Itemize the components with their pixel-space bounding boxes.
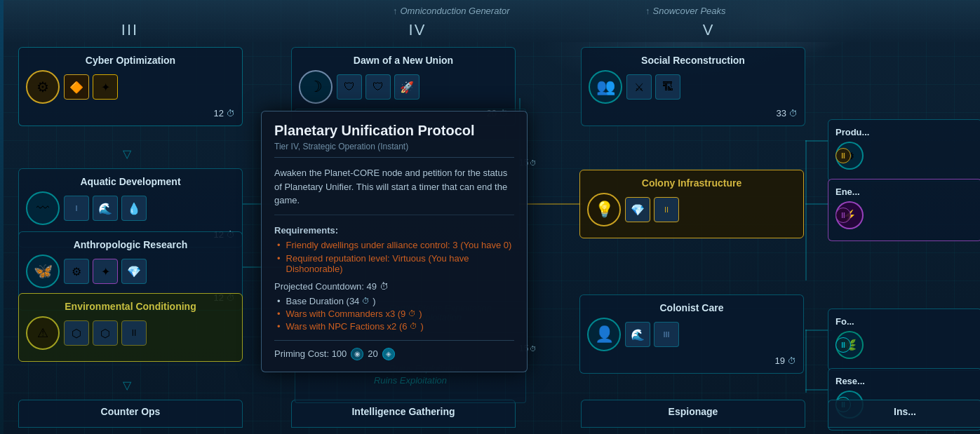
colonist-icons: 👤 🌊 III: [587, 318, 796, 351]
env-sub-icons: ⬡ ⬡ II: [64, 320, 147, 346]
colonist-cost-row: 19 ⏱: [587, 355, 796, 366]
social-sub-1: ⚔: [626, 74, 652, 100]
prod-title: Produ...: [835, 127, 974, 137]
env-conditioning-card[interactable]: Environmental Conditioning ⚠ ⬡ ⬡ II: [18, 293, 243, 362]
env-sub-3: II: [121, 320, 147, 346]
anthro-sub-2: ✦: [93, 259, 118, 284]
fo-card[interactable]: Fo... 🌿 II: [828, 308, 980, 371]
popup-req-bullet-1: •: [277, 240, 281, 250]
popup-dur-npc-clock: ⏱: [410, 322, 417, 330]
popup-dur-clock-icon: ⏱: [362, 297, 370, 305]
env-main-icon: ⚠: [26, 316, 60, 350]
conn-line-6: [805, 140, 807, 280]
ene-tier-badge: II: [835, 208, 851, 223]
popup-title: Planetary Unification Protocol: [274, 123, 514, 139]
column-header-iii: III: [121, 21, 138, 39]
social-sub-2: 🏗: [655, 74, 680, 100]
colony-infrastructure-card[interactable]: Colony Infrastructure 💡 💎 II: [579, 170, 804, 238]
popup-dur-npc-close: ): [420, 321, 423, 332]
popup-dur-cmd-close: ): [419, 308, 422, 319]
cyber-opt-sub-1: 🔶: [64, 74, 89, 100]
ene-card[interactable]: Ene... ⚡ II: [828, 179, 980, 241]
intel-title: Intelligence Gathering: [299, 406, 508, 417]
dawn-sub-3: 🚀: [394, 74, 419, 100]
espionage-title: Espionage: [589, 406, 798, 417]
cyber-opt-cost: 12: [214, 108, 224, 118]
social-icons: 👥 ⚔ 🏗: [589, 70, 798, 104]
popup-bullet-cmd: •: [277, 308, 281, 319]
colony-sub-1: 💎: [625, 197, 650, 222]
popup-priming-value: 20: [368, 348, 377, 359]
ene-title: Ene...: [835, 187, 974, 197]
chevron-down-2: ▽: [123, 379, 131, 392]
colony-title: Colony Infrastructure: [587, 177, 796, 189]
snow-location-label: ↑ Snowcover Peaks: [645, 6, 726, 16]
env-sub-2: ⬡: [93, 320, 118, 346]
anthro-sub-1: ⚙: [64, 259, 89, 284]
colonist-sub-1: 🌊: [625, 322, 650, 347]
popup-priming-row: Priming Cost: 100 ◉ 20 ◈: [274, 340, 514, 360]
cyber-opt-icons: ⚙ 🔶 ✦: [26, 70, 235, 104]
popup-req-bullet-2: •: [277, 253, 281, 264]
ins-card[interactable]: Ins...: [828, 400, 980, 428]
dawn-main-icon: ☽: [299, 70, 333, 104]
omni-location-label: ↑ Omniconduction Generator: [393, 6, 510, 16]
aquatic-main-icon: 〰: [26, 191, 60, 225]
aquatic-sub-2: 🌊: [93, 196, 118, 221]
aquatic-title: Aquatic Development: [26, 176, 235, 187]
cyber-opt-cost-row: 12 ⏱: [26, 108, 235, 118]
cyber-opt-sub-icons: 🔶 ✦: [64, 74, 118, 100]
ins-title: Ins...: [835, 406, 974, 417]
social-sub-icons: ⚔ 🏗: [626, 74, 680, 100]
popup-duration-npc: • Wars with NPC Factions x2 (6 ⏱ ): [274, 321, 514, 332]
anthro-icons: 🦋 ⚙ ✦ 💎: [26, 255, 235, 288]
popup-countdown-text: Projected Countdown: 49: [274, 281, 377, 292]
chevron-down-1: ▽: [123, 147, 131, 161]
aquatic-sub-icons: I 🌊 💧: [64, 196, 147, 221]
popup-dur-base-text: Base Duration (34: [286, 296, 360, 306]
popup-dur-cmd-text: Wars with Commanders x3 (9: [286, 308, 406, 319]
dawn-sub-2: 🛡: [365, 74, 391, 100]
dawn-icons: ☽ 🛡 🛡 🚀: [299, 70, 508, 104]
priming-resource-icon: ◉: [351, 348, 363, 360]
ruins-exploit-text: Ruins Exploitation: [374, 375, 447, 386]
dawn-sub-icons: 🛡 🛡 🚀: [337, 74, 419, 100]
ene-icons: ⚡ II: [835, 201, 974, 229]
fo-tier-badge: II: [835, 337, 851, 353]
prod-card[interactable]: Produ... ⚙ II: [828, 119, 980, 182]
left-edge-bar: [0, 0, 4, 434]
rese-title: Rese...: [835, 376, 974, 386]
popup-req-text-1: Friendly dwellings under alliance contro…: [286, 240, 512, 250]
env-sub-1: ⬡: [64, 320, 89, 346]
colonist-sub-icons: 🌊 III: [625, 322, 679, 347]
popup-bullet-dur: •: [277, 296, 281, 306]
prod-icons: ⚙ II: [835, 142, 974, 170]
colony-sub-icons: 💎 II: [625, 197, 679, 222]
anthro-main-icon: 🦋: [26, 255, 60, 288]
cyber-opt-main-icon: ⚙: [26, 70, 60, 104]
column-header-v: V: [703, 21, 715, 39]
colonist-care-card[interactable]: Colonist Care 👤 🌊 III 19 ⏱: [579, 294, 804, 374]
popup-req-text-2: Required reputation level: Virtuous (You…: [286, 253, 514, 274]
colony-sub-2: II: [654, 197, 679, 222]
cyber-opt-title: Cyber Optimization: [26, 55, 235, 66]
popup-req-2: • Required reputation level: Virtuous (Y…: [274, 253, 514, 274]
anthro-sub-icons: ⚙ ✦ 💎: [64, 259, 147, 284]
espionage-card[interactable]: Espionage: [581, 400, 805, 428]
social-clock: ⏱: [789, 109, 798, 118]
social-reconstruction-card[interactable]: Social Reconstruction 👥 ⚔ 🏗 33 ⏱: [581, 47, 805, 126]
popup-dur-close: ): [372, 296, 375, 306]
env-title: Environmental Conditioning: [26, 301, 235, 312]
popup-countdown-clock: ⏱: [380, 281, 389, 292]
colonist-sub-2: III: [654, 322, 679, 347]
popup-requirements-label: Requirements:: [274, 225, 514, 236]
colonist-title: Colonist Care: [587, 302, 796, 313]
popup-bullet-npc: •: [277, 321, 281, 332]
cyber-optimization-card[interactable]: Cyber Optimization ⚙ 🔶 ✦ 12 ⏱: [18, 47, 243, 126]
popup-panel: Planetary Unification Protocol Tier IV, …: [261, 111, 528, 372]
intel-card[interactable]: Intelligence Gathering: [291, 400, 516, 428]
social-main-icon: 👥: [589, 70, 622, 104]
counter-ops-card[interactable]: Counter Ops: [18, 400, 243, 428]
aquatic-icons: 〰 I 🌊 💧: [26, 191, 235, 225]
cyber-opt-sub-2: ✦: [93, 74, 118, 100]
